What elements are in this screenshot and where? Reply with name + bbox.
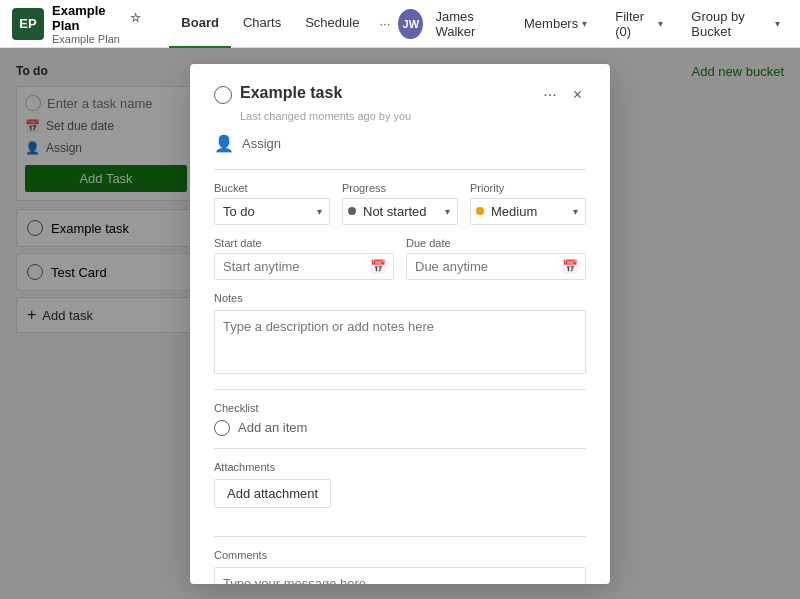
app-subtitle: Example Plan (52, 33, 141, 45)
priority-select[interactable]: Medium High Low Urgent (470, 198, 586, 225)
assign-row[interactable]: 👤 Assign (214, 134, 586, 153)
checklist-check-circle (214, 420, 230, 436)
bucket-label: Bucket (214, 182, 330, 194)
nav-right: JW James Walker Members ▾ Filter (0) ▾ G… (398, 5, 788, 43)
top-nav: EP Example Plan ☆ Example Plan Board Cha… (0, 0, 800, 48)
progress-label: Progress (342, 182, 458, 194)
divider-1 (214, 169, 586, 170)
start-date-input[interactable] (214, 253, 394, 280)
divider-3 (214, 448, 586, 449)
add-attachment-button[interactable]: Add attachment (214, 479, 331, 508)
nav-tabs: Board Charts Schedule ··· (169, 0, 398, 48)
modal-subtitle: Last changed moments ago by you (240, 110, 586, 122)
task-detail-modal: Example task ··· × Last changed moments … (190, 64, 610, 584)
app-title: Example Plan ☆ (52, 3, 141, 33)
form-row-bucket-progress-priority: Bucket To do Doing Done ▾ Progress (214, 182, 586, 225)
start-calendar-icon[interactable]: 📅 (370, 259, 386, 274)
notes-section-label: Notes (214, 292, 586, 304)
progress-select-wrapper: Not started In progress Completed ▾ (342, 198, 458, 225)
modal-more-button[interactable]: ··· (539, 84, 560, 106)
group-by-button[interactable]: Group by Bucket ▾ (683, 5, 788, 43)
nav-more-button[interactable]: ··· (371, 0, 398, 48)
divider-2 (214, 389, 586, 390)
tab-board[interactable]: Board (169, 0, 231, 48)
checklist-section-label: Checklist (214, 402, 586, 414)
assign-person-icon: 👤 (214, 134, 234, 153)
tab-schedule[interactable]: Schedule (293, 0, 371, 48)
modal-close-button[interactable]: × (569, 84, 586, 106)
modal-overlay: Example task ··· × Last changed moments … (0, 48, 800, 599)
user-avatar: JW (398, 9, 423, 39)
progress-select[interactable]: Not started In progress Completed (342, 198, 458, 225)
priority-label: Priority (470, 182, 586, 194)
bucket-select[interactable]: To do Doing Done (214, 198, 330, 225)
modal-task-radio[interactable] (214, 86, 232, 104)
filter-button[interactable]: Filter (0) ▾ (607, 5, 671, 43)
progress-group: Progress Not started In progress Complet… (342, 182, 458, 225)
members-chevron: ▾ (582, 18, 587, 29)
app-title-area: Example Plan ☆ Example Plan (52, 3, 141, 45)
checklist-add-row[interactable]: Add an item (214, 420, 586, 436)
due-date-wrapper: 📅 (406, 253, 586, 280)
date-row: Start date 📅 Due date 📅 (214, 237, 586, 280)
checklist-add-label: Add an item (238, 420, 307, 435)
group-by-chevron: ▾ (775, 18, 780, 29)
due-date-input[interactable] (406, 253, 586, 280)
due-calendar-icon[interactable]: 📅 (562, 259, 578, 274)
assign-label: Assign (242, 136, 281, 151)
tab-charts[interactable]: Charts (231, 0, 293, 48)
modal-title: Example task (240, 84, 539, 102)
priority-select-wrapper: Medium High Low Urgent ▾ (470, 198, 586, 225)
comments-section-label: Comments (214, 549, 586, 561)
filter-chevron: ▾ (658, 18, 663, 29)
attachments-section-label: Attachments (214, 461, 586, 473)
start-date-label: Start date (214, 237, 394, 249)
bucket-group: Bucket To do Doing Done ▾ (214, 182, 330, 225)
star-icon[interactable]: ☆ (130, 11, 141, 25)
start-date-group: Start date 📅 (214, 237, 394, 280)
bucket-select-wrapper: To do Doing Done ▾ (214, 198, 330, 225)
start-date-wrapper: 📅 (214, 253, 394, 280)
app-title-text: Example Plan (52, 3, 126, 33)
board-area: Add new bucket To do 📅 Set due date 👤 As… (0, 48, 800, 599)
notes-textarea[interactable] (214, 310, 586, 374)
user-name: James Walker (435, 9, 504, 39)
priority-group: Priority Medium High Low Urgent ▾ (470, 182, 586, 225)
modal-header: Example task ··· × (214, 84, 586, 106)
comments-textarea[interactable] (214, 567, 586, 584)
members-button[interactable]: Members ▾ (516, 12, 595, 35)
app-icon: EP (12, 8, 44, 40)
modal-actions: ··· × (539, 84, 586, 106)
divider-4 (214, 536, 586, 537)
due-date-group: Due date 📅 (406, 237, 586, 280)
due-date-label: Due date (406, 237, 586, 249)
